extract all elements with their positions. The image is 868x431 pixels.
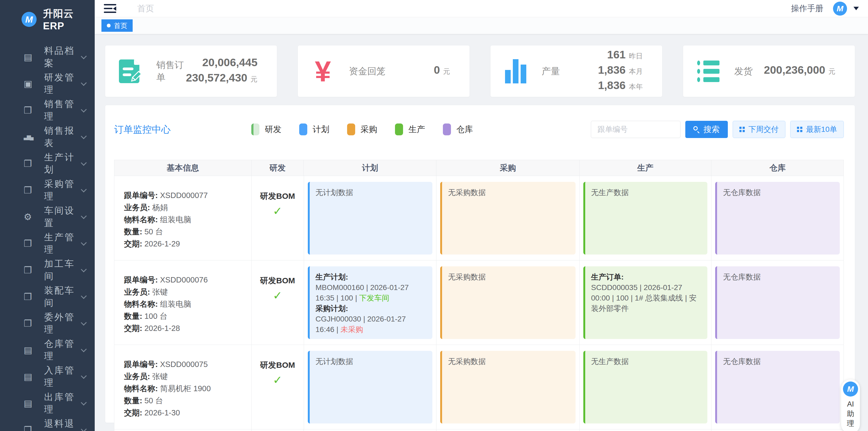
- order-table: 基本信息 研发 计划 采购 生产 仓库 跟单编号: XSDD000077业务员:…: [114, 160, 844, 431]
- legend-chip-icon: [299, 123, 307, 135]
- legend-chip-icon: [347, 123, 355, 135]
- order-basic-info: 跟单编号: XSDD000077业务员: 杨娟物料名称: 组装电脑数量: 50 …: [114, 176, 252, 260]
- stat-label: 产量: [541, 65, 560, 78]
- legend-item-生产: 生产: [395, 123, 425, 135]
- sidebar-item-label: 委外管理: [44, 311, 81, 336]
- tab-dot-icon: [107, 24, 111, 27]
- search-button[interactable]: 搜索: [685, 121, 728, 138]
- sidebar-item-加工车间[interactable]: ❐加工车间: [0, 257, 95, 283]
- stat-cards: 销售订单 20,006,445230,572,430元 ¥ 资金回笼 0元 产量…: [105, 45, 855, 97]
- sidebar-item-研发管理[interactable]: ▣研发管理: [0, 70, 95, 97]
- stat-values: 161昨日1,836本月1,836本年: [598, 48, 643, 94]
- sidebar-item-料品档案[interactable]: ▤料品档案: [0, 43, 95, 70]
- sidebar-item-装配车间[interactable]: ❐装配车间: [0, 283, 95, 310]
- plan-status-panel: 无计划数据: [308, 351, 433, 424]
- legend-label: 仓库: [456, 124, 473, 135]
- sidebar-item-label: 采购管理: [44, 178, 81, 203]
- warehouse-status-panel: 无仓库数据: [715, 351, 840, 424]
- purchase-cell: 无采购数据: [436, 345, 580, 429]
- order-basic-info: 跟单编号: XSDD000075业务员: 张键物料名称: 简易机柜 1900数量…: [114, 345, 252, 429]
- sidebar-item-label: 退料退货: [44, 418, 81, 431]
- sidebar-item-销售管理[interactable]: ❐销售管理: [0, 97, 95, 123]
- grid-icon: [739, 127, 745, 132]
- production-cell: 无生产数据: [580, 176, 712, 260]
- sidebar-item-销售报表[interactable]: ▃▆▄销售报表: [0, 123, 95, 150]
- yen-icon: ¥: [312, 57, 334, 86]
- sidebar-item-label: 装配车间: [44, 284, 81, 309]
- chevron-down-icon[interactable]: [854, 7, 859, 10]
- warehouse-cell: 无仓库数据: [711, 345, 843, 429]
- tab-home[interactable]: 首页: [101, 19, 133, 32]
- sidebar-item-label: 出库管理: [44, 391, 81, 415]
- stat-values: 200,236,000元: [764, 63, 835, 79]
- sidebar-item-仓库管理[interactable]: ▤仓库管理: [0, 337, 95, 363]
- copy-icon: ❐: [24, 185, 38, 195]
- rd-bom-label: 研发BOM: [252, 191, 304, 202]
- production-cell: 无生产数据: [580, 345, 712, 429]
- info-line: 物料名称: 组装电脑: [124, 298, 246, 310]
- sidebar-item-入库管理[interactable]: ▤入库管理: [0, 363, 95, 390]
- tab-label: 首页: [114, 21, 127, 30]
- stat-value-line: 1,836本月: [598, 63, 643, 79]
- book-icon: ▤: [24, 371, 38, 382]
- legend-label: 生产: [408, 124, 425, 135]
- info-line: 业务员: 张键: [124, 286, 246, 298]
- sidebar-item-车间设置[interactable]: ⚙车间设置: [0, 204, 95, 230]
- table-row: 跟单编号: XSDD000075业务员: 张键物料名称: 简易机柜 1900数量…: [114, 345, 843, 429]
- stat-card-sales-order: 销售订单 20,006,445230,572,430元: [105, 45, 277, 97]
- chevron-down-icon: [81, 426, 87, 431]
- chevron-down-icon: [81, 319, 87, 326]
- latest-10-orders-button[interactable]: 最新10单: [790, 121, 844, 138]
- copy-icon: ❐: [24, 318, 38, 329]
- copy-icon: ❐: [24, 105, 38, 116]
- search-icon: [693, 126, 700, 133]
- chevron-down-icon: [81, 293, 87, 299]
- breadcrumb[interactable]: 首页: [137, 3, 154, 14]
- legend-item-计划: 计划: [299, 123, 329, 135]
- search-input[interactable]: [591, 121, 680, 138]
- sidebar-item-退料退货[interactable]: ❐退料退货: [0, 417, 95, 431]
- stat-value-line: 200,236,000元: [764, 63, 835, 79]
- sidebar-item-label: 车间设置: [44, 205, 81, 229]
- sidebar-item-生产管理[interactable]: ❐生产管理: [0, 230, 95, 257]
- purchase-status-panel: 无采购数据: [440, 266, 576, 339]
- info-line: 物料名称: 组装电脑: [124, 214, 246, 226]
- legend-item-仓库: 仓库: [443, 123, 473, 135]
- copy-icon: ❐: [24, 265, 38, 276]
- sidebar-item-委外管理[interactable]: ❐委外管理: [0, 310, 95, 337]
- chevron-down-icon: [81, 373, 87, 379]
- sidebar-item-出库管理[interactable]: ▤出库管理: [0, 390, 95, 417]
- tab-bar: 首页: [95, 17, 868, 34]
- sidebar-item-采购管理[interactable]: ❐采购管理: [0, 177, 95, 204]
- badge-icon: ▣: [24, 78, 38, 89]
- sidebar-item-label: 生产管理: [44, 231, 81, 256]
- document-edit-icon: [119, 59, 142, 84]
- manual-link[interactable]: 操作手册: [791, 3, 823, 14]
- book-icon: ▤: [24, 398, 38, 409]
- copy-icon: ❐: [24, 291, 38, 302]
- check-icon: ✓: [252, 205, 304, 218]
- chevron-down-icon: [81, 80, 87, 86]
- sidebar-menu: ▤料品档案▣研发管理❐销售管理▃▆▄销售报表❐生产计划❐采购管理⚙车间设置❐生产…: [0, 43, 95, 431]
- order-basic-info: 跟单编号: XSDD000076业务员: 张键物料名称: 组装电脑数量: 100…: [114, 260, 252, 345]
- sidebar: M 升阳云ERP ▤料品档案▣研发管理❐销售管理▃▆▄销售报表❐生产计划❐采购管…: [0, 0, 95, 431]
- book-icon: ▤: [24, 345, 38, 356]
- copy-icon: ❐: [24, 425, 38, 431]
- chevron-down-icon: [81, 400, 87, 405]
- stat-label: 资金回笼: [349, 65, 385, 78]
- stat-card-shipment: 发货 200,236,000元: [683, 45, 855, 97]
- next-week-delivery-button[interactable]: 下周交付: [733, 121, 785, 138]
- list-icon: [697, 61, 719, 82]
- sidebar-item-label: 销售报表: [44, 125, 81, 149]
- table-row-partial: [114, 429, 843, 431]
- legend-item-采购: 采购: [347, 123, 377, 135]
- avatar[interactable]: M: [833, 2, 847, 16]
- sidebar-item-生产计划[interactable]: ❐生产计划: [0, 150, 95, 177]
- order-table-body: 跟单编号: XSDD000077业务员: 杨娟物料名称: 组装电脑数量: 50 …: [114, 176, 843, 431]
- stat-card-output: 产量 161昨日1,836本月1,836本年: [491, 45, 662, 97]
- info-line: 跟单编号: XSDD000076: [124, 274, 246, 286]
- ai-assistant-button[interactable]: M AI 助理: [841, 379, 860, 431]
- collapse-menu-icon[interactable]: [104, 4, 116, 13]
- legend-item-研发: 研发: [251, 123, 281, 135]
- app-logo[interactable]: M 升阳云ERP: [0, 0, 95, 32]
